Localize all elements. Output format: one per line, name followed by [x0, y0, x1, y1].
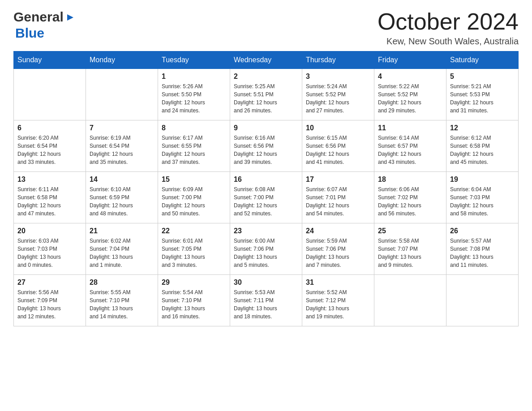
day-info: Sunrise: 6:20 AMSunset: 6:54 PMDaylight:… — [17, 134, 82, 166]
calendar-cell — [446, 275, 519, 326]
day-number: 6 — [17, 124, 82, 132]
calendar-cell: 13Sunrise: 6:11 AMSunset: 6:58 PMDayligh… — [14, 172, 86, 223]
header-saturday: Saturday — [446, 51, 519, 69]
day-number: 17 — [306, 176, 370, 184]
day-number: 16 — [234, 176, 298, 184]
day-number: 4 — [378, 73, 442, 81]
day-info: Sunrise: 6:14 AMSunset: 6:57 PMDaylight:… — [378, 134, 442, 166]
day-number: 28 — [90, 278, 154, 287]
day-info: Sunrise: 6:11 AMSunset: 6:58 PMDaylight:… — [17, 185, 82, 218]
day-number: 7 — [90, 124, 154, 132]
header-sunday: Sunday — [14, 51, 86, 69]
day-number: 31 — [306, 278, 370, 287]
day-info: Sunrise: 6:03 AMSunset: 7:03 PMDaylight:… — [17, 237, 82, 269]
day-info: Sunrise: 6:15 AMSunset: 6:56 PMDaylight:… — [306, 134, 370, 166]
day-number: 20 — [17, 227, 82, 235]
day-info: Sunrise: 5:56 AMSunset: 7:09 PMDaylight:… — [17, 288, 82, 321]
calendar-cell: 31Sunrise: 5:52 AMSunset: 7:12 PMDayligh… — [302, 275, 374, 326]
day-info: Sunrise: 5:22 AMSunset: 5:52 PMDaylight:… — [378, 82, 442, 115]
day-number: 26 — [450, 227, 515, 235]
day-info: Sunrise: 6:06 AMSunset: 7:02 PMDaylight:… — [378, 185, 442, 218]
day-info: Sunrise: 6:16 AMSunset: 6:56 PMDaylight:… — [234, 134, 298, 166]
month-title: October 2024 — [378, 9, 519, 34]
day-number: 13 — [17, 176, 82, 184]
location-title: Kew, New South Wales, Australia — [378, 36, 519, 47]
day-info: Sunrise: 6:19 AMSunset: 6:54 PMDaylight:… — [90, 134, 154, 166]
calendar-cell: 17Sunrise: 6:07 AMSunset: 7:01 PMDayligh… — [302, 172, 374, 223]
calendar-cell: 2Sunrise: 5:25 AMSunset: 5:51 PMDaylight… — [230, 69, 302, 120]
day-info: Sunrise: 5:54 AMSunset: 7:10 PMDaylight:… — [162, 288, 226, 321]
day-number: 22 — [162, 227, 226, 235]
calendar-cell: 9Sunrise: 6:16 AMSunset: 6:56 PMDaylight… — [230, 120, 302, 172]
day-number: 12 — [450, 124, 515, 132]
day-number: 21 — [90, 227, 154, 235]
day-number: 2 — [234, 73, 298, 81]
week-row-5: 27Sunrise: 5:56 AMSunset: 7:09 PMDayligh… — [14, 275, 519, 326]
day-number: 10 — [306, 124, 370, 132]
day-info: Sunrise: 5:59 AMSunset: 7:06 PMDaylight:… — [306, 237, 370, 269]
day-info: Sunrise: 6:10 AMSunset: 6:59 PMDaylight:… — [90, 185, 154, 218]
day-info: Sunrise: 5:57 AMSunset: 7:08 PMDaylight:… — [450, 237, 515, 269]
calendar-cell: 29Sunrise: 5:54 AMSunset: 7:10 PMDayligh… — [158, 275, 230, 326]
calendar-cell: 30Sunrise: 5:53 AMSunset: 7:11 PMDayligh… — [230, 275, 302, 326]
day-number: 14 — [90, 176, 154, 184]
day-info: Sunrise: 5:26 AMSunset: 5:50 PMDaylight:… — [162, 82, 226, 115]
header-friday: Friday — [374, 51, 446, 69]
week-row-4: 20Sunrise: 6:03 AMSunset: 7:03 PMDayligh… — [14, 223, 519, 275]
day-info: Sunrise: 6:12 AMSunset: 6:58 PMDaylight:… — [450, 134, 515, 166]
day-info: Sunrise: 6:00 AMSunset: 7:06 PMDaylight:… — [234, 237, 298, 269]
calendar-cell: 10Sunrise: 6:15 AMSunset: 6:56 PMDayligh… — [302, 120, 374, 172]
day-info: Sunrise: 6:17 AMSunset: 6:55 PMDaylight:… — [162, 134, 226, 166]
calendar-cell: 8Sunrise: 6:17 AMSunset: 6:55 PMDaylight… — [158, 120, 230, 172]
day-number: 9 — [234, 124, 298, 132]
day-info: Sunrise: 6:07 AMSunset: 7:01 PMDaylight:… — [306, 185, 370, 218]
calendar-cell: 21Sunrise: 6:02 AMSunset: 7:04 PMDayligh… — [86, 223, 158, 275]
calendar-cell: 19Sunrise: 6:04 AMSunset: 7:03 PMDayligh… — [446, 172, 519, 223]
calendar-cell: 20Sunrise: 6:03 AMSunset: 7:03 PMDayligh… — [14, 223, 86, 275]
calendar-cell: 6Sunrise: 6:20 AMSunset: 6:54 PMDaylight… — [14, 120, 86, 172]
logo-triangle-icon — [64, 13, 74, 22]
calendar-cell: 14Sunrise: 6:10 AMSunset: 6:59 PMDayligh… — [86, 172, 158, 223]
header-monday: Monday — [86, 51, 158, 69]
calendar-cell: 18Sunrise: 6:06 AMSunset: 7:02 PMDayligh… — [374, 172, 446, 223]
calendar-cell: 16Sunrise: 6:08 AMSunset: 7:00 PMDayligh… — [230, 172, 302, 223]
day-info: Sunrise: 5:52 AMSunset: 7:12 PMDaylight:… — [306, 288, 370, 321]
day-info: Sunrise: 5:55 AMSunset: 7:10 PMDaylight:… — [90, 288, 154, 321]
day-number: 24 — [306, 227, 370, 235]
day-number: 29 — [162, 278, 226, 287]
calendar-cell: 24Sunrise: 5:59 AMSunset: 7:06 PMDayligh… — [302, 223, 374, 275]
week-row-3: 13Sunrise: 6:11 AMSunset: 6:58 PMDayligh… — [14, 172, 519, 223]
calendar-cell: 11Sunrise: 6:14 AMSunset: 6:57 PMDayligh… — [374, 120, 446, 172]
calendar-cell: 15Sunrise: 6:09 AMSunset: 7:00 PMDayligh… — [158, 172, 230, 223]
day-number: 19 — [450, 176, 515, 184]
day-number: 30 — [234, 278, 298, 287]
day-number: 8 — [162, 124, 226, 132]
day-info: Sunrise: 6:09 AMSunset: 7:00 PMDaylight:… — [162, 185, 226, 218]
header-thursday: Thursday — [302, 51, 374, 69]
title-area: October 2024 Kew, New South Wales, Austr… — [378, 9, 519, 47]
day-number: 11 — [378, 124, 442, 132]
day-number: 3 — [306, 73, 370, 81]
calendar-header-row: SundayMondayTuesdayWednesdayThursdayFrid… — [14, 51, 519, 69]
day-info: Sunrise: 5:58 AMSunset: 7:07 PMDaylight:… — [378, 237, 442, 269]
day-number: 15 — [162, 176, 226, 184]
logo-blue-text: Blue — [15, 26, 44, 40]
day-number: 18 — [378, 176, 442, 184]
calendar-cell: 5Sunrise: 5:21 AMSunset: 5:53 PMDaylight… — [446, 69, 519, 120]
day-info: Sunrise: 6:08 AMSunset: 7:00 PMDaylight:… — [234, 185, 298, 218]
calendar-cell: 27Sunrise: 5:56 AMSunset: 7:09 PMDayligh… — [14, 275, 86, 326]
calendar-cell: 28Sunrise: 5:55 AMSunset: 7:10 PMDayligh… — [86, 275, 158, 326]
calendar-cell — [374, 275, 446, 326]
day-info: Sunrise: 5:24 AMSunset: 5:52 PMDaylight:… — [306, 82, 370, 115]
day-info: Sunrise: 6:01 AMSunset: 7:05 PMDaylight:… — [162, 237, 226, 269]
calendar-cell: 23Sunrise: 6:00 AMSunset: 7:06 PMDayligh… — [230, 223, 302, 275]
calendar-cell: 12Sunrise: 6:12 AMSunset: 6:58 PMDayligh… — [446, 120, 519, 172]
calendar-cell: 4Sunrise: 5:22 AMSunset: 5:52 PMDaylight… — [374, 69, 446, 120]
calendar-cell — [14, 69, 86, 120]
calendar-cell — [86, 69, 158, 120]
day-info: Sunrise: 6:02 AMSunset: 7:04 PMDaylight:… — [90, 237, 154, 269]
header-tuesday: Tuesday — [158, 51, 230, 69]
calendar-cell: 7Sunrise: 6:19 AMSunset: 6:54 PMDaylight… — [86, 120, 158, 172]
day-number: 23 — [234, 227, 298, 235]
day-number: 1 — [162, 73, 226, 81]
